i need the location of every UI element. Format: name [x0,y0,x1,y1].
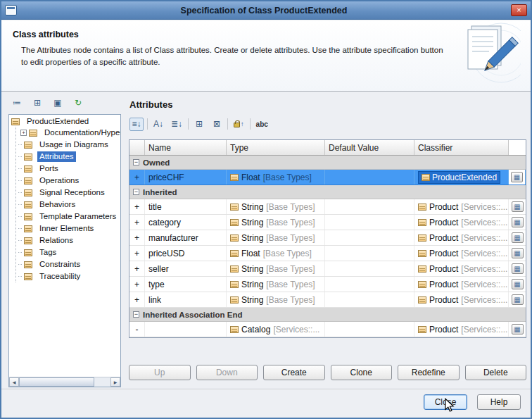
default-value-cell [325,170,414,185]
window-title: Specification of Class ProductExtended [17,6,511,15]
group-row-owned[interactable]: −Owned [129,156,526,170]
attribute-type-cell: Float[Base Types] [227,246,325,261]
clone-button[interactable]: Clone [331,365,393,380]
edit-attribute-button[interactable]: ▦ [512,279,524,289]
type-icon [230,234,239,242]
tree-item-usage-in-diagrams[interactable]: Usage in Diagrams [16,139,120,151]
expand-icon[interactable]: + [20,130,27,136]
edit-attribute-button[interactable]: ▦ [512,324,524,334]
tree-item-label: Attributes [37,151,76,162]
tree-node-icon [24,213,32,220]
tree-item-documentation-hyper[interactable]: +Documentation/Hyper [16,127,120,139]
window-close-button[interactable]: × [511,4,527,16]
add-column-icon[interactable]: ⊞ [192,118,206,131]
help-button[interactable]: Help [477,394,521,410]
scroll-track[interactable] [94,377,110,387]
attribute-row-type[interactable]: +typeString[Base Types]Product[Services:… [129,277,526,292]
classifier-icon [418,250,426,257]
column-header-classifier[interactable]: Classifier [414,140,509,155]
column-header-type[interactable]: Type [227,140,325,155]
tree-item-template-parameters[interactable]: Template Parameters [16,211,120,223]
tree-item-operations[interactable]: Operations [16,175,120,187]
edit-attribute-button[interactable]: ▦ [512,201,524,212]
column-header-name[interactable]: Name [145,140,227,155]
tree-item-traceability[interactable]: Traceability [16,270,120,282]
visibility-cell: + [129,246,145,261]
attribute-row-category[interactable]: +categoryString[Base Types]Product[Servi… [129,215,526,230]
attribute-row-link[interactable]: +linkString[Base Types]Product[Services:… [129,292,526,308]
default-value-cell [325,261,414,276]
tree-item-attributes[interactable]: Attributes [16,151,120,163]
tree-toolbar: ≔⊞▣↻ [10,96,85,109]
tree-item-label: Constraints [37,259,82,270]
attribute-type-cell: String[Base Types] [227,261,325,276]
group-rows-icon[interactable]: ≡↓ [129,118,144,131]
edit-attribute-button[interactable]: ▦ [512,217,524,227]
containment-icon[interactable]: ▣ [51,96,65,109]
group-label: Inherited [143,188,177,196]
edit-attribute-button[interactable]: ▦ [512,263,524,274]
tree-item-relations[interactable]: Relations [16,234,120,246]
attribute-type-cell: String[Base Types] [227,230,325,245]
type-icon [230,281,239,288]
group-row-inherited[interactable]: −Inherited [129,185,526,199]
group-row-inherited-association-end[interactable]: −Inherited Association End [129,308,526,322]
tree-item-behaviors[interactable]: Behaviors [16,199,120,211]
column-header-default-value[interactable]: Default Value [325,140,414,155]
attribute-row-title[interactable]: +titleString[Base Types]Product[Services… [129,199,526,215]
attribute-type-cell: String[Base Types] [227,199,325,214]
tree-h-scrollbar[interactable]: ◀ ▶ [9,377,120,387]
scroll-right-icon[interactable]: ▶ [110,377,120,387]
collapse-group-icon[interactable]: − [133,189,139,195]
inheritance-tree-icon[interactable]: ⊞ [30,96,44,109]
attribute-row-priceusd[interactable]: +priceUSDFloat[Base Types]Product[Servic… [129,246,526,261]
toolbar-separator [188,118,189,130]
tree-view-mode-icon[interactable]: ≔ [10,96,24,109]
tree-item-inner-elements[interactable]: Inner Elements [16,223,120,234]
delete-button[interactable]: Delete [465,365,527,380]
abc-icon[interactable]: abc [254,118,270,131]
collapse-group-icon[interactable]: − [133,311,139,318]
classifier-cell: Product[Services::... [414,261,509,276]
default-value-cell [325,246,414,261]
attribute-row-catalog[interactable]: -Catalog[Services::...Product[Services::… [129,322,526,337]
tree-item-constraints[interactable]: Constraints [16,258,120,270]
collapse-group-icon[interactable]: − [133,159,139,165]
refresh-icon[interactable]: ↻ [71,96,85,109]
edit-attribute-button[interactable]: ▦ [512,248,524,258]
tree-item-ports[interactable]: Ports [16,163,120,175]
group-label: Owned [143,158,170,167]
lock-icon[interactable]: ↑ [232,118,246,131]
attribute-row-manufacturer[interactable]: +manufacturerString[Base Types]Product[S… [129,230,526,246]
default-value-cell [325,322,414,337]
redefine-button[interactable]: Redefine [398,365,460,380]
type-icon [230,219,239,226]
scroll-thumb[interactable] [19,377,94,387]
attribute-row-seller[interactable]: +sellerString[Base Types]Product[Service… [129,261,526,277]
tree-node-icon [24,249,32,256]
tree-item-signal-receptions[interactable]: Signal Receptions [16,187,120,199]
scroll-left-icon[interactable]: ◀ [9,377,19,387]
attribute-name-cell: link [145,292,227,307]
visibility-cell: + [129,215,145,230]
classifier-icon [418,219,426,226]
classifier-cell: Product[Services::... [414,292,509,307]
tree-item-label: Usage in Diagrams [37,139,110,150]
tree-root[interactable]: ProductExtended [9,115,120,127]
attribute-type-cell: String[Base Types] [227,277,325,292]
edit-attribute-button[interactable]: ▦ [512,294,524,305]
attribute-row-pricechf[interactable]: +priceCHFFloat[Base Types]ProductExtende… [129,170,526,185]
visibility-cell: + [129,277,145,292]
tree-item-label: Inner Elements [37,223,96,234]
classifier-icon [418,326,426,333]
sort-alpha-icon[interactable]: A↓ [151,118,165,131]
attribute-name-cell: category [145,215,227,230]
edit-attribute-button[interactable]: ▦ [512,232,524,243]
remove-column-icon[interactable]: ⊠ [210,118,224,131]
sort-order-icon[interactable]: ≣↓ [169,118,184,131]
edit-attribute-button[interactable]: ▦ [511,172,523,182]
create-button[interactable]: Create [263,365,325,380]
tree-item-tags[interactable]: Tags [16,246,120,258]
classifier-icon [418,281,426,288]
titlebar[interactable]: Specification of Class ProductExtended × [1,1,531,20]
